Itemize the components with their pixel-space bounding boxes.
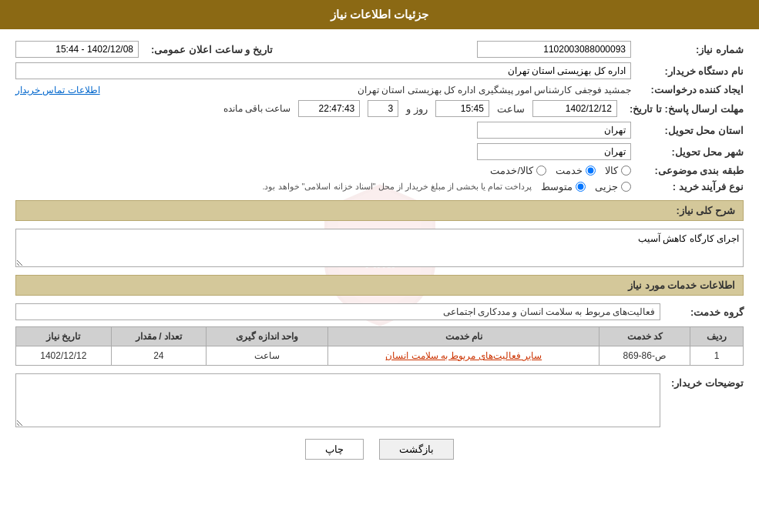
farayand-note: پرداخت تمام یا بخشی از مبلغ خریدار از مح… xyxy=(262,182,532,192)
sharh-section-title: شرح کلی نیاز: xyxy=(15,200,744,221)
cell-name: سایر فعالیت‌های مربوط به سلامت انسان xyxy=(328,346,599,366)
header-title: جزئیات اطلاعات نیاز xyxy=(331,8,428,21)
ostan-tahvil-label: استان محل تحویل: xyxy=(636,125,744,136)
service-table: ردیف کد خدمت نام خدمت واحد اندازه گیری ت… xyxy=(15,326,744,366)
cell-code: ص-86-869 xyxy=(599,346,690,366)
cell-unit: ساعت xyxy=(207,346,328,366)
radio-kala-khedmat-label: کالا/خدمت xyxy=(490,165,533,176)
col-date: تاریخ نیاز xyxy=(16,327,112,346)
khadamat-section-title: اطلاعات خدمات مورد نیاز xyxy=(15,275,744,296)
page-header: جزئیات اطلاعات نیاز xyxy=(0,0,759,29)
ettelaat-tamas-link[interactable]: اطلاعات تماس خریدار xyxy=(15,85,100,95)
radio-motavaset-label: متوسط xyxy=(541,181,573,192)
radio-jozi-label: جزیی xyxy=(595,181,618,192)
saat-input[interactable] xyxy=(435,100,489,117)
group-service-label: گروه خدمت: xyxy=(667,306,744,318)
radio-kala[interactable]: کالا xyxy=(605,165,631,176)
ijad-konande-value: جمشید فوجفی کارشناس امور پیشگیری اداره ک… xyxy=(113,85,631,95)
col-radif: ردیف xyxy=(690,327,744,346)
tabaqe-bandi-label: طبقه بندی موضوعی: xyxy=(636,165,744,176)
tarikh-elaan-label: تاریخ و ساعت اعلان عمومی: xyxy=(143,44,273,55)
tarikh-elaan-input[interactable] xyxy=(15,41,139,58)
tawsifat-textarea[interactable] xyxy=(15,373,660,427)
shomara-niaz-input[interactable] xyxy=(477,41,631,58)
cell-count: 24 xyxy=(111,346,206,366)
col-unit: واحد اندازه گیری xyxy=(207,327,328,346)
radio-jozi[interactable]: جزیی xyxy=(595,181,631,192)
col-name: نام خدمت xyxy=(328,327,599,346)
cell-radif: 1 xyxy=(690,346,744,366)
tarikh-input[interactable] xyxy=(532,100,617,117)
col-code: کد خدمت xyxy=(599,327,690,346)
table-row: 1 ص-86-869 سایر فعالیت‌های مربوط به سلام… xyxy=(16,346,744,366)
rooz-label: روز و xyxy=(406,103,428,115)
shomara-niaz-label: شماره نیاز: xyxy=(636,44,744,55)
baqi-manda-label: ساعت باقی مانده xyxy=(223,103,291,114)
rooz-input[interactable] xyxy=(368,100,398,117)
radio-kala-khedmat[interactable]: کالا/خدمت xyxy=(490,165,546,176)
baqi-manda-input[interactable] xyxy=(298,100,360,117)
radio-motavaset[interactable]: متوسط xyxy=(541,181,586,192)
mohlat-ersal-label: مهلت ارسال پاسخ: تا تاریخ: xyxy=(622,103,744,115)
shahr-tahvil-input[interactable] xyxy=(477,143,631,160)
ijad-konande-label: ایجاد کننده درخواست: xyxy=(636,84,744,95)
shahr-tahvil-label: شهر محل تحویل: xyxy=(636,146,744,158)
group-service-value: فعالیت‌های مربوط به سلامت انسان و مددکار… xyxy=(15,303,660,320)
cell-date: 1402/12/12 xyxy=(16,346,112,366)
saat-label: ساعت xyxy=(497,103,525,115)
col-count: تعداد / مقدار xyxy=(111,327,206,346)
bottom-buttons: بازگشت چاپ xyxy=(15,439,744,460)
sharh-textarea[interactable]: اجرای کارگاه کاهش آسیب xyxy=(15,229,744,267)
radio-khedmat[interactable]: خدمت xyxy=(556,165,596,176)
radio-kala-label: کالا xyxy=(605,165,618,176)
group-service-row: گروه خدمت: فعالیت‌های مربوط به سلامت انس… xyxy=(15,303,744,320)
nam-dastgah-label: نام دستگاه خریدار: xyxy=(636,65,744,77)
print-button[interactable]: چاپ xyxy=(305,439,364,460)
nam-dastgah-input[interactable] xyxy=(15,62,631,79)
back-button[interactable]: بازگشت xyxy=(379,439,454,460)
radio-khedmat-label: خدمت xyxy=(556,165,583,176)
tabaqe-radio-group: کالا خدمت کالا/خدمت xyxy=(15,165,631,176)
tawsifat-label: توضیحات خریدار: xyxy=(667,373,744,389)
ostan-tahvil-input[interactable] xyxy=(477,122,631,139)
nooe-farayand-label: نوع فرآیند خرید : xyxy=(636,181,744,192)
